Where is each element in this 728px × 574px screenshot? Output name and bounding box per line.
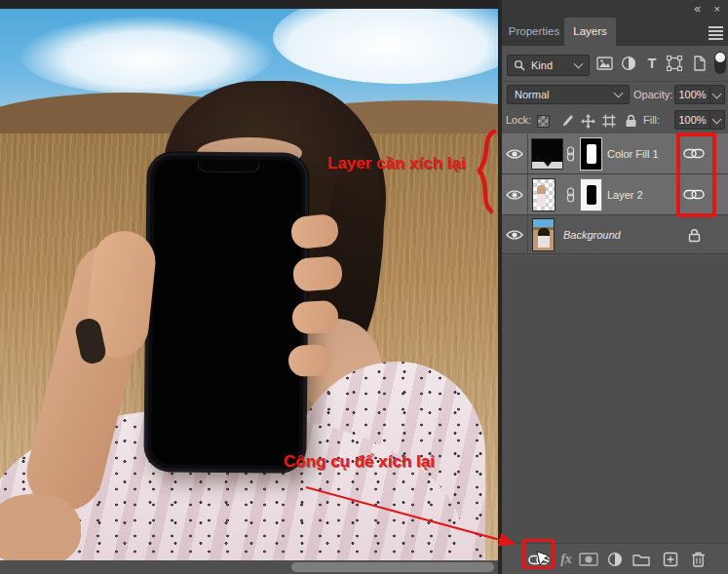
visibility-cell[interactable]	[502, 134, 528, 173]
pixel-layer-filter-icon[interactable]	[594, 54, 614, 73]
photo-image	[0, 9, 498, 560]
fill-label: Fill:	[643, 114, 660, 126]
eye-icon[interactable]	[506, 189, 523, 201]
layers-empty-area[interactable]	[502, 256, 728, 543]
layers-panel: « × Properties Layers Kind	[502, 0, 728, 574]
photo-finger	[287, 344, 331, 377]
document-canvas[interactable]	[0, 0, 498, 574]
lock-label: Lock:	[506, 114, 531, 126]
background-layer-thumbnail[interactable]	[532, 218, 555, 251]
phone-notch	[197, 160, 259, 173]
annotation-box-link-badges	[676, 133, 716, 217]
panel-title-strip: « ×	[502, 0, 728, 18]
thumbnail-figure	[538, 228, 550, 248]
layer-style-button[interactable]: fx	[555, 548, 578, 571]
annotation-tool-label: Công cụ để xích lại	[284, 452, 435, 472]
panel-menu-icon[interactable]	[709, 26, 723, 42]
blend-mode-select[interactable]: Normal	[507, 85, 630, 104]
search-icon	[514, 59, 525, 71]
trash-icon	[691, 552, 706, 567]
eye-icon[interactable]	[506, 148, 523, 160]
fill-layer-thumbnail[interactable]	[531, 138, 563, 170]
layer-name[interactable]: Color Fill 1	[607, 148, 659, 160]
fill-dropdown-button[interactable]	[710, 110, 725, 130]
layer-row-background[interactable]: Background	[502, 215, 728, 254]
lock-all-icon[interactable]	[622, 112, 639, 130]
thumbnail-figure	[537, 185, 546, 207]
tab-layers[interactable]: Layers	[564, 18, 616, 46]
filter-kind-select[interactable]: Kind	[507, 55, 590, 76]
pixel-layer-thumbnail[interactable]	[532, 178, 556, 211]
layer-name[interactable]: Background	[563, 229, 621, 241]
add-layer-mask-button[interactable]	[577, 548, 600, 571]
photoshop-window: « × Properties Layers Kind	[0, 0, 728, 574]
fx-icon: fx	[560, 552, 572, 567]
delete-layer-button[interactable]	[686, 548, 709, 571]
chevron-down-icon	[712, 90, 722, 99]
mask-phone-shape	[587, 185, 596, 205]
mask-phone-shape	[587, 144, 596, 164]
chevron-down-icon	[614, 89, 624, 98]
mask-link-icon[interactable]	[566, 146, 575, 162]
new-layer-button[interactable]	[659, 548, 682, 571]
photo-arm	[0, 494, 81, 560]
blend-mode-value: Normal	[515, 89, 549, 100]
opacity-label: Opacity:	[633, 89, 672, 100]
adjustment-layer-icon	[607, 552, 623, 567]
filter-toggle[interactable]	[714, 52, 726, 74]
filter-toggle-knob	[715, 53, 725, 62]
lock-image-pixels-icon[interactable]	[557, 112, 575, 130]
lock-transparent-pixels-icon[interactable]	[534, 112, 552, 130]
visibility-cell[interactable]	[502, 174, 528, 214]
visibility-cell[interactable]	[502, 215, 528, 253]
layer-mask-thumbnail[interactable]	[580, 178, 602, 211]
chevron-down-icon	[574, 59, 584, 69]
photo-finger	[291, 300, 339, 334]
folder-icon	[632, 553, 650, 566]
panel-tab-bar: Properties Layers	[502, 18, 728, 46]
new-adjustment-layer-button[interactable]	[603, 548, 627, 571]
phone-screen	[151, 159, 301, 466]
blend-mode-row: Normal Opacity: 100%	[502, 82, 728, 107]
horizontal-scrollbar[interactable]	[291, 562, 494, 572]
opacity-value[interactable]: 100%	[674, 85, 710, 104]
adjustment-layer-filter-icon[interactable]	[619, 54, 638, 73]
annotation-layers-label: Layer cần xích lại	[327, 154, 466, 173]
photo-phone	[144, 152, 308, 473]
lock-position-icon[interactable]	[579, 112, 596, 130]
photo-finger	[292, 255, 343, 291]
layer-name[interactable]: Layer 2	[607, 189, 643, 201]
tab-properties[interactable]: Properties	[504, 18, 564, 46]
fill-value[interactable]: 100%	[674, 110, 710, 130]
opacity-dropdown-button[interactable]	[710, 85, 725, 104]
chevron-down-icon	[712, 115, 722, 125]
mask-link-icon[interactable]	[566, 187, 575, 203]
canvas-status-strip	[0, 560, 498, 574]
layer-filter-row: Kind T	[502, 46, 728, 82]
layer-mask-thumbnail[interactable]	[580, 137, 602, 171]
new-group-button[interactable]	[630, 548, 653, 571]
filter-kind-label: Kind	[531, 56, 553, 75]
layer-mask-icon	[579, 552, 598, 567]
lock-row: Lock: Fill: 100%	[502, 107, 728, 134]
fill-thumbnail-slider	[532, 162, 562, 169]
close-panel-icon[interactable]: ×	[714, 1, 720, 17]
collapse-panel-icon[interactable]: «	[694, 1, 699, 17]
smart-object-filter-icon[interactable]	[689, 54, 709, 73]
layer-locked-icon[interactable]	[688, 228, 701, 243]
shape-layer-filter-icon[interactable]	[665, 54, 684, 73]
new-layer-icon	[663, 552, 678, 567]
type-layer-filter-icon[interactable]: T	[642, 54, 662, 73]
eye-icon[interactable]	[506, 229, 523, 241]
annotation-box-link-button	[522, 539, 555, 569]
lock-artboard-icon[interactable]	[600, 112, 618, 130]
